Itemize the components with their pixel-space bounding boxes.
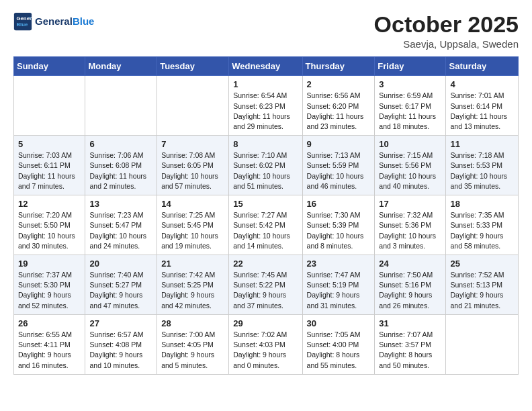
day-number: 14 (161, 199, 225, 209)
day-info: Sunrise: 7:25 AM Sunset: 5:45 PM Dayligh… (161, 210, 225, 251)
day-number: 22 (233, 259, 298, 269)
day-info: Sunrise: 7:01 AM Sunset: 6:14 PM Dayligh… (450, 91, 515, 132)
calendar-week-1: 5Sunrise: 7:03 AM Sunset: 6:11 PM Daylig… (14, 136, 519, 195)
day-number: 24 (379, 259, 442, 269)
day-info: Sunrise: 7:42 AM Sunset: 5:25 PM Dayligh… (161, 270, 225, 311)
day-number: 5 (18, 139, 81, 149)
day-info: Sunrise: 7:02 AM Sunset: 4:03 PM Dayligh… (233, 330, 298, 371)
calendar-cell (157, 76, 229, 136)
day-info: Sunrise: 7:05 AM Sunset: 4:00 PM Dayligh… (307, 330, 371, 371)
calendar-cell: 25Sunrise: 7:52 AM Sunset: 5:13 PM Dayli… (446, 255, 519, 315)
calendar-cell: 6Sunrise: 7:06 AM Sunset: 6:08 PM Daylig… (85, 136, 157, 195)
day-number: 2 (307, 79, 371, 89)
calendar-week-4: 26Sunrise: 6:55 AM Sunset: 4:11 PM Dayli… (14, 314, 519, 374)
calendar-table: Sunday Monday Tuesday Wednesday Thursday… (13, 56, 519, 374)
calendar-cell: 9Sunrise: 7:13 AM Sunset: 5:59 PM Daylig… (302, 136, 375, 195)
day-number: 31 (379, 318, 442, 328)
title-block: October 2025 Saevja, Uppsala, Sweden (374, 12, 519, 50)
calendar-cell: 2Sunrise: 6:56 AM Sunset: 6:20 PM Daylig… (302, 76, 375, 136)
day-number: 30 (307, 318, 371, 328)
day-number: 1 (233, 79, 298, 89)
day-number: 29 (233, 318, 298, 328)
calendar-week-0: 1Sunrise: 6:54 AM Sunset: 6:23 PM Daylig… (14, 76, 519, 136)
day-number: 8 (233, 139, 298, 149)
calendar-cell: 16Sunrise: 7:30 AM Sunset: 5:39 PM Dayli… (302, 195, 375, 255)
calendar-cell: 17Sunrise: 7:32 AM Sunset: 5:36 PM Dayli… (375, 195, 446, 255)
day-number: 26 (18, 318, 81, 328)
col-tuesday: Tuesday (157, 57, 229, 76)
day-number: 23 (307, 259, 371, 269)
day-number: 6 (89, 139, 153, 149)
day-number: 7 (161, 139, 225, 149)
calendar-cell: 22Sunrise: 7:45 AM Sunset: 5:22 PM Dayli… (229, 255, 302, 315)
logo-icon: General Blue (13, 12, 32, 31)
calendar-cell: 13Sunrise: 7:23 AM Sunset: 5:47 PM Dayli… (85, 195, 157, 255)
day-number: 16 (307, 199, 371, 209)
day-number: 13 (89, 199, 153, 209)
day-info: Sunrise: 7:37 AM Sunset: 5:30 PM Dayligh… (18, 270, 81, 311)
day-info: Sunrise: 7:30 AM Sunset: 5:39 PM Dayligh… (307, 210, 371, 251)
day-info: Sunrise: 7:15 AM Sunset: 5:56 PM Dayligh… (379, 150, 442, 191)
day-info: Sunrise: 7:40 AM Sunset: 5:27 PM Dayligh… (89, 270, 153, 311)
calendar-cell: 28Sunrise: 7:00 AM Sunset: 4:05 PM Dayli… (157, 314, 229, 374)
col-sunday: Sunday (14, 57, 85, 76)
day-info: Sunrise: 7:06 AM Sunset: 6:08 PM Dayligh… (89, 150, 153, 191)
day-info: Sunrise: 7:10 AM Sunset: 6:02 PM Dayligh… (233, 150, 298, 191)
calendar-cell: 8Sunrise: 7:10 AM Sunset: 6:02 PM Daylig… (229, 136, 302, 195)
header-row: Sunday Monday Tuesday Wednesday Thursday… (14, 57, 519, 76)
calendar-cell (446, 314, 519, 374)
day-info: Sunrise: 7:03 AM Sunset: 6:11 PM Dayligh… (18, 150, 81, 191)
day-number: 21 (161, 259, 225, 269)
col-monday: Monday (85, 57, 157, 76)
day-number: 4 (450, 79, 515, 89)
col-friday: Friday (375, 57, 446, 76)
calendar-cell: 1Sunrise: 6:54 AM Sunset: 6:23 PM Daylig… (229, 76, 302, 136)
calendar-cell: 31Sunrise: 7:07 AM Sunset: 3:57 PM Dayli… (375, 314, 446, 374)
svg-text:General: General (16, 15, 32, 21)
calendar-cell: 12Sunrise: 7:20 AM Sunset: 5:50 PM Dayli… (14, 195, 85, 255)
calendar-cell: 14Sunrise: 7:25 AM Sunset: 5:45 PM Dayli… (157, 195, 229, 255)
day-info: Sunrise: 7:20 AM Sunset: 5:50 PM Dayligh… (18, 210, 81, 251)
day-info: Sunrise: 6:56 AM Sunset: 6:20 PM Dayligh… (307, 91, 371, 132)
calendar-cell: 29Sunrise: 7:02 AM Sunset: 4:03 PM Dayli… (229, 314, 302, 374)
day-info: Sunrise: 6:55 AM Sunset: 4:11 PM Dayligh… (18, 330, 81, 371)
day-info: Sunrise: 6:54 AM Sunset: 6:23 PM Dayligh… (233, 91, 298, 132)
calendar-cell: 5Sunrise: 7:03 AM Sunset: 6:11 PM Daylig… (14, 136, 85, 195)
day-info: Sunrise: 7:52 AM Sunset: 5:13 PM Dayligh… (450, 270, 515, 311)
day-number: 27 (89, 318, 153, 328)
day-info: Sunrise: 7:23 AM Sunset: 5:47 PM Dayligh… (89, 210, 153, 251)
day-info: Sunrise: 7:13 AM Sunset: 5:59 PM Dayligh… (307, 150, 371, 191)
calendar-cell: 30Sunrise: 7:05 AM Sunset: 4:00 PM Dayli… (302, 314, 375, 374)
day-number: 12 (18, 199, 81, 209)
col-thursday: Thursday (302, 57, 375, 76)
calendar-cell: 20Sunrise: 7:40 AM Sunset: 5:27 PM Dayli… (85, 255, 157, 315)
calendar-cell: 10Sunrise: 7:15 AM Sunset: 5:56 PM Dayli… (375, 136, 446, 195)
calendar-cell: 27Sunrise: 6:57 AM Sunset: 4:08 PM Dayli… (85, 314, 157, 374)
day-number: 28 (161, 318, 225, 328)
calendar-cell: 23Sunrise: 7:47 AM Sunset: 5:19 PM Dayli… (302, 255, 375, 315)
page: General Blue GeneralBlue October 2025 Sa… (0, 0, 532, 387)
calendar-cell: 4Sunrise: 7:01 AM Sunset: 6:14 PM Daylig… (446, 76, 519, 136)
header: General Blue GeneralBlue October 2025 Sa… (13, 12, 519, 50)
day-info: Sunrise: 7:08 AM Sunset: 6:05 PM Dayligh… (161, 150, 225, 191)
col-saturday: Saturday (446, 57, 519, 76)
calendar-week-3: 19Sunrise: 7:37 AM Sunset: 5:30 PM Dayli… (14, 255, 519, 315)
day-info: Sunrise: 7:50 AM Sunset: 5:16 PM Dayligh… (379, 270, 442, 311)
day-number: 10 (379, 139, 442, 149)
day-info: Sunrise: 6:57 AM Sunset: 4:08 PM Dayligh… (89, 330, 153, 371)
day-number: 20 (89, 259, 153, 269)
day-info: Sunrise: 7:07 AM Sunset: 3:57 PM Dayligh… (379, 330, 442, 371)
calendar-cell: 18Sunrise: 7:35 AM Sunset: 5:33 PM Dayli… (446, 195, 519, 255)
day-number: 19 (18, 259, 81, 269)
day-info: Sunrise: 7:35 AM Sunset: 5:33 PM Dayligh… (450, 210, 515, 251)
day-number: 17 (379, 199, 442, 209)
col-wednesday: Wednesday (229, 57, 302, 76)
calendar-cell (14, 76, 85, 136)
day-info: Sunrise: 6:59 AM Sunset: 6:17 PM Dayligh… (379, 91, 442, 132)
calendar-cell: 24Sunrise: 7:50 AM Sunset: 5:16 PM Dayli… (375, 255, 446, 315)
day-info: Sunrise: 7:45 AM Sunset: 5:22 PM Dayligh… (233, 270, 298, 311)
day-number: 25 (450, 259, 515, 269)
day-number: 18 (450, 199, 515, 209)
location-subtitle: Saevja, Uppsala, Sweden (374, 38, 519, 50)
day-number: 11 (450, 139, 515, 149)
